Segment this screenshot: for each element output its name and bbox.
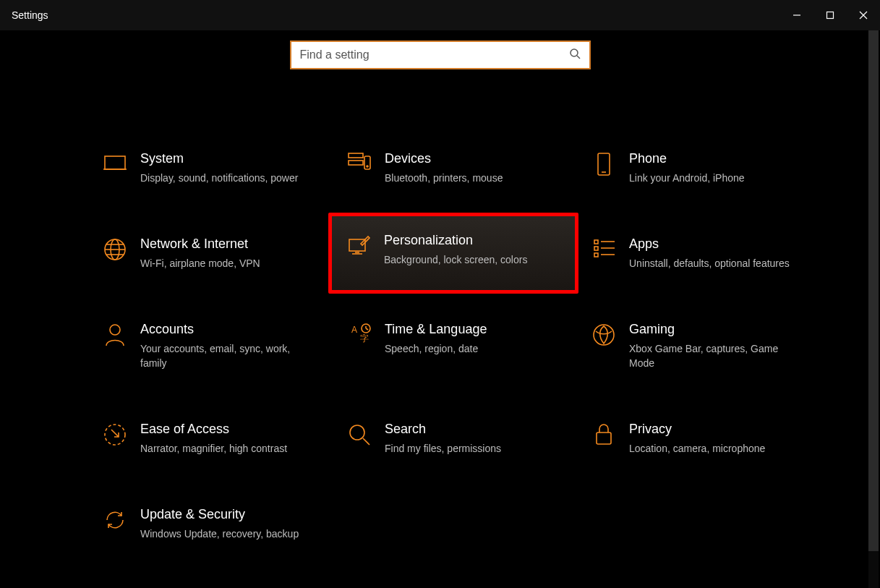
tile-title: Apps (629, 236, 790, 252)
tile-desc: Xbox Game Bar, captures, Game Mode (629, 341, 790, 370)
svg-point-35 (105, 425, 125, 445)
ease-of-access-icon (95, 421, 134, 447)
maximize-button[interactable] (813, 0, 847, 30)
tile-desc: Narrator, magnifier, high contrast (140, 441, 287, 456)
tile-devices[interactable]: DevicesBluetooth, printers, mouse (338, 146, 570, 189)
tile-title: Update & Security (140, 506, 299, 522)
svg-rect-8 (349, 153, 363, 158)
settings-grid: SystemDisplay, sound, notifications, pow… (94, 146, 817, 545)
tile-personalization[interactable]: PersonalizationBackground, lock screen, … (328, 213, 578, 294)
search-input[interactable] (300, 48, 569, 61)
tile-network[interactable]: Network & InternetWi-Fi, airplane mode, … (94, 231, 325, 275)
svg-rect-23 (594, 247, 598, 250)
tile-desc: Speech, region, date (385, 341, 487, 356)
tile-apps[interactable]: AppsUninstall, defaults, optional featur… (583, 231, 814, 275)
svg-rect-9 (349, 161, 363, 165)
tile-desc: Uninstall, defaults, optional features (629, 256, 790, 270)
tile-time-language[interactable]: A字 Time & LanguageSpeech, region, date (338, 317, 570, 375)
svg-rect-38 (597, 433, 611, 444)
time-language-icon: A字 (340, 321, 379, 346)
tile-ease-of-access[interactable]: Ease of AccessNarrator, magnifier, high … (94, 417, 325, 460)
tile-title: System (140, 150, 298, 166)
close-button[interactable] (847, 0, 880, 30)
tile-desc: Location, camera, microphone (629, 441, 765, 456)
accounts-icon (95, 321, 134, 347)
privacy-icon (584, 421, 623, 447)
vertical-scrollbar[interactable] (868, 30, 879, 588)
svg-point-4 (571, 49, 578, 56)
tile-title: Network & Internet (140, 236, 260, 252)
tile-desc: Display, sound, notifications, power (140, 171, 298, 185)
tile-update-security[interactable]: Update & SecurityWindows Update, recover… (94, 502, 325, 545)
window-controls (780, 0, 880, 30)
svg-point-28 (110, 325, 120, 335)
tile-title: Search (385, 421, 501, 437)
devices-icon (340, 150, 379, 174)
tile-title: Ease of Access (140, 421, 287, 437)
window-title: Settings (12, 9, 48, 21)
titlebar: Settings (0, 0, 880, 30)
tile-desc: Bluetooth, printers, mouse (385, 171, 503, 185)
svg-text:A: A (351, 325, 357, 335)
network-icon (95, 236, 134, 262)
scrollbar-thumb[interactable] (868, 30, 879, 551)
svg-rect-22 (594, 240, 598, 244)
personalization-icon (339, 232, 378, 255)
search-category-icon (340, 421, 379, 447)
minimize-button[interactable] (780, 0, 813, 30)
tile-title: Privacy (629, 421, 765, 437)
tile-title: Devices (385, 150, 503, 166)
tile-gaming[interactable]: GamingXbox Game Bar, captures, Game Mode (583, 317, 814, 375)
tile-title: Gaming (629, 321, 790, 337)
search-box[interactable] (290, 41, 591, 69)
system-icon (95, 150, 134, 172)
svg-line-33 (366, 328, 368, 330)
tile-desc: Wi-Fi, airplane mode, VPN (140, 256, 260, 270)
svg-text:字: 字 (360, 333, 369, 344)
tile-phone[interactable]: PhoneLink your Android, iPhone (583, 146, 814, 189)
tile-desc: Find my files, permissions (385, 441, 501, 456)
svg-point-34 (594, 325, 614, 345)
tile-desc: Background, lock screen, colors (384, 252, 527, 267)
phone-icon (584, 150, 623, 176)
tile-title: Time & Language (385, 321, 487, 337)
svg-point-36 (350, 425, 364, 440)
svg-rect-6 (105, 156, 125, 169)
svg-line-37 (363, 438, 369, 445)
tile-title: Phone (629, 150, 745, 166)
tile-desc: Link your Android, iPhone (629, 171, 745, 185)
svg-line-5 (577, 56, 580, 59)
svg-rect-24 (594, 253, 598, 257)
tile-desc: Your accounts, email, sync, work, family (140, 341, 301, 370)
svg-rect-1 (827, 12, 834, 19)
apps-icon (584, 236, 623, 259)
tile-system[interactable]: SystemDisplay, sound, notifications, pow… (94, 146, 325, 189)
tile-title: Personalization (384, 232, 527, 248)
tile-privacy[interactable]: PrivacyLocation, camera, microphone (583, 417, 814, 460)
update-security-icon (95, 506, 134, 532)
tile-search[interactable]: SearchFind my files, permissions (338, 417, 570, 460)
tile-desc: Windows Update, recovery, backup (140, 527, 299, 541)
gaming-icon (584, 321, 623, 347)
tile-accounts[interactable]: AccountsYour accounts, email, sync, work… (94, 317, 325, 375)
search-icon (569, 48, 581, 62)
tile-title: Accounts (140, 321, 301, 337)
svg-point-11 (367, 166, 368, 167)
